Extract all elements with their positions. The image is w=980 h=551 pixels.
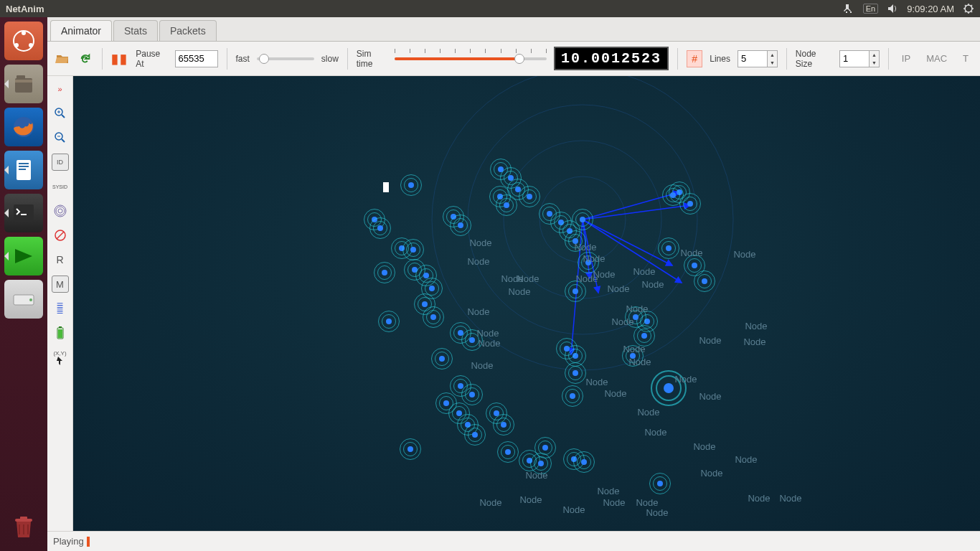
mobility-toggle[interactable]: M: [52, 276, 69, 293]
sim-node[interactable]: [580, 217, 585, 222]
sim-node[interactable]: [527, 194, 532, 199]
network-indicator[interactable]: [843, 3, 854, 14]
sim-node[interactable]: [377, 225, 383, 231]
svg-rect-6: [17, 75, 25, 80]
sim-node-label: Node: [693, 441, 715, 452]
sim-node-active[interactable]: [664, 383, 674, 393]
launcher-terminal[interactable]: [4, 194, 43, 232]
sim-node[interactable]: [407, 446, 413, 452]
sim-node[interactable]: [505, 449, 511, 455]
speed-slider[interactable]: [257, 57, 314, 60]
sim-node[interactable]: [666, 245, 672, 251]
nodeid-toggle[interactable]: ID: [52, 154, 69, 171]
sim-node[interactable]: [382, 270, 387, 276]
sim-node[interactable]: [410, 247, 416, 253]
step-button[interactable]: »: [52, 80, 69, 98]
wireless-circles-toggle[interactable]: [52, 202, 69, 220]
sim-node[interactable]: [386, 319, 392, 324]
svg-point-20: [58, 209, 62, 213]
sim-node-label: Node: [611, 316, 633, 327]
packet-marker: [383, 182, 389, 192]
svg-rect-26: [58, 329, 62, 338]
simulation-canvas[interactable]: NodeNodeNodeNodeNodeNodeNodeNodeNodeNode…: [73, 76, 980, 531]
keyboard-indicator[interactable]: En: [863, 4, 878, 14]
sound-indicator[interactable]: [887, 3, 898, 14]
sim-node[interactable]: [458, 222, 463, 228]
status-bar: Playing: [47, 531, 980, 551]
nodesize-spinner[interactable]: ▲▼: [839, 50, 880, 67]
lines-down[interactable]: ▼: [767, 59, 777, 67]
launcher-disk[interactable]: [4, 280, 43, 319]
sim-node[interactable]: [570, 393, 575, 399]
pause-button[interactable]: ▮▮: [111, 50, 128, 67]
sim-node[interactable]: [670, 192, 676, 198]
zoom-in-button[interactable]: [52, 105, 69, 122]
sim-node[interactable]: [443, 400, 449, 406]
pause-at-input[interactable]: [175, 50, 218, 67]
sim-node-label: Node: [604, 388, 626, 399]
launcher-netanim[interactable]: [4, 237, 43, 276]
sim-node[interactable]: [469, 392, 475, 397]
sim-node[interactable]: [439, 356, 445, 362]
sim-node[interactable]: [504, 202, 509, 208]
launcher-trash[interactable]: [4, 508, 43, 547]
sim-node[interactable]: [657, 481, 663, 486]
battery-toggle[interactable]: [52, 324, 69, 342]
sim-node-label: Node: [735, 454, 757, 465]
sim-node[interactable]: [422, 301, 428, 307]
sim-node[interactable]: [692, 263, 697, 268]
block-packets-toggle[interactable]: [52, 227, 69, 244]
tab-stats[interactable]: Stats: [113, 20, 158, 41]
sim-node-label: Node: [779, 493, 801, 504]
sim-node[interactable]: [538, 461, 544, 466]
nodesize-input[interactable]: [840, 51, 869, 67]
launcher-dash[interactable]: [4, 22, 43, 60]
status-progress-icon: [87, 537, 90, 547]
sim-node[interactable]: [501, 422, 507, 428]
speed-fast-label: fast: [235, 54, 249, 64]
sysid-toggle[interactable]: SYSID: [52, 178, 69, 195]
position-toggle[interactable]: (X,Y): [52, 349, 69, 366]
tab-animator[interactable]: Animator: [50, 20, 112, 41]
session-indicator[interactable]: [963, 3, 974, 14]
sim-node-label: Node: [674, 374, 697, 385]
tab-packets[interactable]: Packets: [159, 20, 217, 41]
sim-node-label: Node: [519, 494, 542, 505]
launcher-files[interactable]: [4, 65, 43, 103]
sim-node[interactable]: [408, 182, 414, 188]
open-file-button[interactable]: [55, 50, 70, 67]
lines-up[interactable]: ▲: [767, 51, 777, 59]
lines-spinner[interactable]: ▲▼: [738, 50, 778, 67]
launcher-firefox[interactable]: [4, 108, 43, 146]
sim-node[interactable]: [472, 432, 478, 438]
sim-node[interactable]: [702, 278, 707, 284]
nodesize-up[interactable]: ▲: [869, 51, 879, 59]
sim-node[interactable]: [469, 337, 475, 343]
sim-node-label: Node: [626, 303, 648, 314]
lines-input[interactable]: [738, 51, 767, 67]
sim-node[interactable]: [430, 314, 436, 320]
nodesize-down[interactable]: ▼: [869, 59, 879, 67]
sim-node[interactable]: [581, 459, 587, 465]
sim-node[interactable]: [573, 370, 578, 376]
simtime-slider[interactable]: [395, 52, 547, 66]
sim-node[interactable]: [641, 333, 647, 339]
clock[interactable]: 9:09:20 AM: [907, 4, 954, 14]
sim-node-label: Node: [583, 253, 605, 264]
toggle-t[interactable]: T: [958, 51, 973, 66]
sim-node[interactable]: [687, 201, 693, 207]
sim-node[interactable]: [542, 445, 548, 451]
grid-toggle[interactable]: #: [687, 50, 702, 67]
sim-node[interactable]: [429, 286, 435, 291]
toggle-mac[interactable]: MAC: [922, 51, 951, 66]
launcher-writer[interactable]: [4, 151, 43, 189]
sim-node[interactable]: [573, 288, 578, 294]
reset-button[interactable]: R: [52, 251, 69, 268]
sim-node[interactable]: [564, 346, 570, 352]
toggle-ip[interactable]: IP: [897, 51, 915, 66]
reload-button[interactable]: [77, 50, 93, 67]
zoom-out-button[interactable]: [52, 129, 69, 146]
svg-rect-7: [15, 80, 32, 83]
netanim-window: Animator Stats Packets ▮▮ Pause At fast …: [47, 17, 980, 551]
show-meta-toggle[interactable]: ≡≡: [52, 300, 69, 317]
